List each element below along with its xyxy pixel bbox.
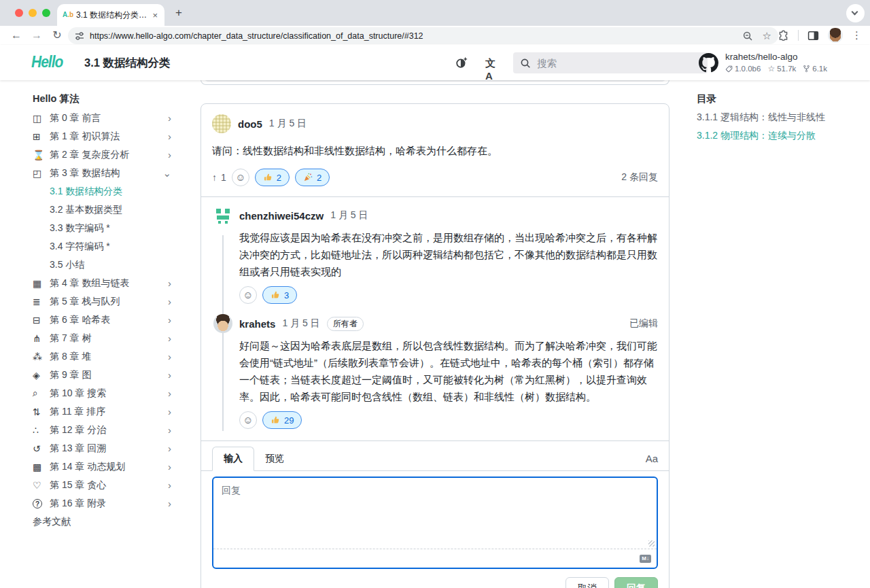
back-button[interactable]: ←	[8, 27, 24, 44]
reply-body: 好问题～这因为哈希表底层是数组，所以包含线性数据结构。而为了解决哈希冲突，我们可…	[239, 337, 658, 405]
reaction-count: 2	[277, 173, 281, 183]
sidebar-item-ch3[interactable]: ◰第 3 章 数据结构⌄	[33, 164, 171, 182]
upvote-button[interactable]: ↑ 1	[212, 172, 226, 183]
sidebar-item-s3-4[interactable]: 3.4 字符编码 *	[33, 237, 171, 256]
reply-date[interactable]: 1 月 5 日	[330, 209, 368, 222]
sidebar-item-ch16[interactable]: ?第 16 章 附录›	[33, 494, 171, 513]
sidebar-item-ch2[interactable]: ⌛第 2 章 复杂度分析›	[33, 145, 171, 164]
markdown-icon[interactable]: M↓	[640, 555, 651, 563]
sidebar-item-ch10[interactable]: ⌕第 10 章 搜索›	[33, 384, 171, 402]
tab-overview-button[interactable]	[846, 4, 865, 22]
repo-version: 1.0.0b6	[725, 65, 761, 73]
sidebar-item-s3-1[interactable]: 3.1 数据结构分类	[33, 182, 171, 201]
browser-menu-button[interactable]: ⋮	[852, 29, 862, 41]
chevron-right-icon: ›	[168, 369, 171, 381]
cancel-button[interactable]: 取消	[566, 577, 609, 588]
toc-item-1[interactable]: 3.1.1 逻辑结构：线性与非线性	[697, 108, 860, 126]
browser-profile-avatar[interactable]	[828, 28, 843, 43]
reply-author[interactable]: krahets	[239, 318, 275, 330]
address-bar[interactable]: https://www.hello-algo.com/chapter_data_…	[68, 27, 778, 44]
sidebar-item-ch1[interactable]: ⊞第 1 章 初识算法›	[33, 127, 171, 145]
backtrack-icon: ↺	[33, 443, 50, 454]
sidebar-item-ch13[interactable]: ↺第 13 章 回溯›	[33, 439, 171, 457]
sidebar-item-label: 3.4 字符编码 *	[50, 241, 171, 253]
add-reaction-button[interactable]: ☺	[239, 286, 257, 304]
repo-link[interactable]: krahets/hello-algo 1.0.0b6 ☆ 51.7k	[699, 52, 827, 73]
sidebar-item-ch6[interactable]: ⊟第 6 章 哈希表›	[33, 311, 171, 329]
page-title: 3.1 数据结构分类	[84, 56, 171, 71]
sidebar-item-ch0[interactable]: ◫第 0 章 前言›	[33, 109, 171, 127]
new-tab-button[interactable]: +	[171, 5, 186, 20]
reload-button[interactable]: ↻	[49, 27, 65, 44]
extensions-icon[interactable]	[778, 30, 789, 41]
comment-date[interactable]: 1 月 5 日	[269, 118, 307, 130]
tab-write[interactable]: 输入	[212, 447, 254, 471]
site-settings-icon[interactable]	[75, 31, 84, 41]
minimize-window-button[interactable]	[29, 9, 37, 17]
sidebar-item-label: 3.3 数字编码 *	[50, 222, 171, 235]
sidebar-item-ch8[interactable]: ⁂第 8 章 堆›	[33, 347, 171, 366]
sidebar-item-label: 第 15 章 贪心	[50, 479, 168, 491]
browser-tab[interactable]: A.b 3.1 数据结构分类 - Hello 算法 ×	[57, 4, 164, 26]
greedy-icon: ♡	[33, 480, 50, 491]
sidebar-item-ch12[interactable]: ∴第 12 章 分治›	[33, 421, 171, 439]
sidebar-item-ch7[interactable]: ⋔第 7 章 树›	[33, 329, 171, 347]
sidebar-item-label: 第 10 章 搜索	[50, 387, 168, 400]
search-box[interactable]	[513, 52, 708, 73]
sidebar-item-ch4[interactable]: ▦第 4 章 数组与链表›	[33, 274, 171, 292]
sidebar-item-s3-3[interactable]: 3.3 数字编码 *	[33, 219, 171, 237]
search-input[interactable]	[537, 58, 686, 69]
tab-preview[interactable]: 预览	[254, 447, 295, 470]
chevron-right-icon: ›	[168, 406, 171, 417]
theme-toggle-button[interactable]	[454, 55, 470, 71]
close-window-button[interactable]	[15, 9, 23, 17]
zoom-icon[interactable]	[742, 31, 753, 41]
add-reaction-button[interactable]: ☺	[232, 169, 249, 186]
sidebar-item-ch9[interactable]: ◈第 9 章 图›	[33, 366, 171, 384]
submit-reply-button[interactable]: 回复	[614, 577, 658, 588]
sidebar-item-references[interactable]: 参考文献	[33, 513, 171, 531]
reaction-thumbs-up[interactable]: 29	[262, 411, 302, 429]
reply-date[interactable]: 1 月 5 日	[282, 317, 319, 330]
reply-placeholder: 回复	[222, 485, 241, 497]
toc-item-2[interactable]: 3.1.2 物理结构：连续与分散	[697, 126, 860, 145]
chevron-right-icon: ›	[168, 479, 171, 491]
tab-favicon-icon: A.b	[63, 10, 72, 20]
sidebar-item-s3-2[interactable]: 3.2 基本数据类型	[33, 201, 171, 219]
site-logo[interactable]: Hello	[31, 53, 63, 71]
translate-button[interactable]: 文A	[485, 57, 502, 73]
reaction-thumbs-up[interactable]: 3	[262, 286, 297, 304]
sidebar-item-ch14[interactable]: ▩第 14 章 动态规划›	[33, 457, 171, 476]
sidebar-item-ch5[interactable]: ≣第 5 章 栈与队列›	[33, 292, 171, 311]
array-icon: ▦	[33, 278, 50, 289]
reaction-party[interactable]: 2	[295, 169, 330, 186]
maximize-window-button[interactable]	[42, 9, 50, 17]
reply: chenzhiwei54czw 1 月 5 日 我觉得应该是因为哈希表在没有冲突…	[213, 206, 658, 304]
comment-header: doo5 1 月 5 日	[201, 104, 669, 133]
reply-author[interactable]: chenzhiwei54czw	[239, 210, 324, 222]
reply-textarea[interactable]: 回复 M↓	[212, 477, 658, 569]
comment-author[interactable]: doo5	[238, 118, 262, 130]
chevron-right-icon: ›	[168, 314, 171, 326]
avatar[interactable]	[213, 206, 232, 225]
close-tab-icon[interactable]: ×	[151, 10, 159, 20]
chevron-right-icon: ›	[168, 296, 171, 307]
sidebar-item-label: 第 12 章 分治	[50, 424, 168, 436]
resize-handle[interactable]	[648, 540, 655, 547]
sidebar-item-s3-5[interactable]: 3.5 小结	[33, 256, 171, 274]
forward-button[interactable]: →	[29, 27, 45, 44]
add-reaction-button[interactable]: ☺	[239, 411, 257, 429]
side-panel-icon[interactable]	[807, 30, 819, 41]
hashtable-icon: ⊟	[33, 315, 50, 326]
text-format-button[interactable]: Aa	[646, 453, 658, 464]
bookmark-star-icon[interactable]: ☆	[763, 30, 771, 42]
sidebar-item-ch15[interactable]: ♡第 15 章 贪心›	[33, 476, 171, 494]
reaction-thumbs-up[interactable]: 2	[255, 169, 290, 186]
comment-body: 请问：线性数据结构和非线性数据结构，哈希表为什么都存在。	[201, 133, 669, 160]
comment-footer: ↑ 1 ☺ 22 2 条回复	[201, 160, 669, 196]
shapes-icon: ◰	[33, 168, 50, 179]
sidebar-item-ch11[interactable]: ⇅第 11 章 排序›	[33, 402, 171, 421]
search-icon: ⌕	[33, 387, 50, 399]
avatar[interactable]	[212, 114, 231, 133]
avatar[interactable]	[213, 314, 232, 333]
